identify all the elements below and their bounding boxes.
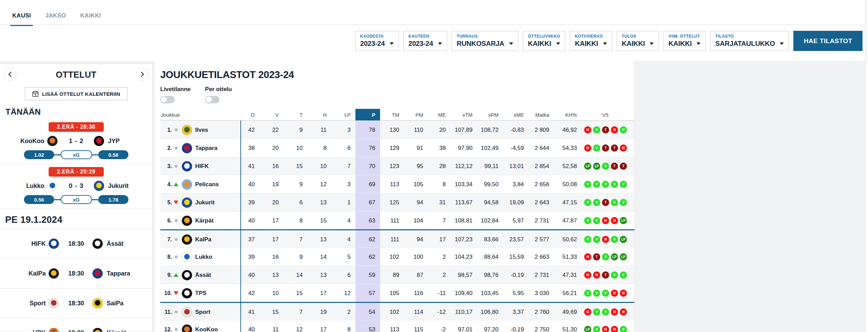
cell-xme: -0,19 — [503, 326, 529, 332]
result-badge-v: V — [620, 326, 627, 332]
live-match-card[interactable]: 2.ERÄ - 28:38KooKoo1 - 2JYP1.02xG0.58 — [0, 119, 152, 164]
filter-kauteen[interactable]: KAUTEEN2023-24 — [403, 31, 447, 51]
rank-number: 10. — [160, 290, 173, 296]
cell-pm: 104 — [404, 217, 428, 224]
column-header-lp[interactable]: LP — [331, 112, 355, 118]
table-row-ilves[interactable]: 1.Ilves422291137813011020107,89108,72-0,… — [160, 120, 634, 139]
cell-pm: 94 — [404, 236, 428, 243]
table-row-ss-t[interactable]: 9.Ässät401314136598987298,5798,76-0,192 … — [160, 266, 634, 284]
team-name: TPS — [194, 290, 236, 297]
add-to-calendar-button[interactable]: LISÄÄ OTTELUT KALENTERIIN — [25, 87, 128, 100]
result-badge-lp: LP — [620, 236, 627, 243]
cell-o: 39 — [236, 254, 260, 260]
cell-kh-pct: 51,30 — [554, 326, 582, 332]
table-row-k-rp-t[interactable]: 6.Kärpät40178154631111047108,81102,845,9… — [160, 211, 634, 229]
filter-kaudesta[interactable]: KAUDESTA2023-24 — [355, 31, 399, 51]
page-scrollbar[interactable] — [865, 0, 868, 332]
result-badge-h: H — [602, 326, 609, 332]
cell-kh-pct: 56,21 — [554, 290, 582, 297]
upcoming-match-row[interactable]: KalPa18:30Tappara — [0, 258, 152, 288]
column-header-t[interactable]: T — [284, 112, 307, 118]
table-row-tappara[interactable]: 2.Tappara3820108676129913897,90102,49-4,… — [160, 139, 634, 157]
prev-arrow-button[interactable] — [3, 68, 16, 81]
table-row-lukko[interactable]: 8.Lukko39169145621021002104,2388,6415,59… — [160, 247, 634, 266]
table-row-jukurit[interactable]: 5.Jukurit39206131671259431113,6794,5819,… — [160, 193, 634, 211]
cell-t: 8 — [284, 217, 307, 224]
cell-xtm: 113,67 — [451, 199, 477, 206]
result-badge-v: V — [593, 236, 600, 243]
team-name: KalPa — [194, 236, 236, 243]
cell-pm: 115 — [404, 326, 428, 332]
filter-tulos[interactable]: TULOSKAIKKI — [617, 31, 659, 51]
table-row-kookoo[interactable]: 12.KooKoo40111217853113115-297,0197,20-0… — [160, 320, 634, 332]
column-header-me[interactable]: ME — [428, 112, 451, 118]
column-header-joukkue[interactable]: Joukkue — [160, 112, 236, 118]
live-match-card[interactable]: 2.ERÄ - 29:29Lukko0 - 3Jukurit0.56xG1.78 — [0, 164, 152, 209]
column-header-h[interactable]: H — [307, 112, 331, 118]
result-badge-v: V — [611, 236, 618, 243]
filter-label: TULOS — [622, 34, 654, 39]
column-header-v5[interactable]: V5 — [582, 112, 629, 118]
column-header-kh[interactable]: KH% — [554, 112, 582, 118]
filter-koti-vieras[interactable]: KOTI/VIERASKAIKKI — [570, 31, 612, 51]
rank-number: 5. — [160, 200, 173, 206]
column-header-xpm[interactable]: xPM — [477, 112, 503, 118]
filter-viim-ottelut[interactable]: VIIM. OTTELUTKAIKKI — [663, 31, 706, 51]
column-header-xme[interactable]: xME — [503, 112, 529, 118]
column-header-tm[interactable]: TM — [380, 112, 404, 118]
upcoming-match-row[interactable]: HIFK18:30Ässät — [0, 229, 152, 258]
cell-t: 9 — [284, 254, 307, 260]
hae-tilastot-button[interactable]: HAE TILASTOT — [793, 31, 863, 51]
result-badge-t: T — [620, 163, 627, 170]
column-header-v[interactable]: V — [260, 112, 284, 118]
tab-jakso[interactable]: JAKSO — [43, 10, 68, 26]
team-logo-pelicans — [182, 179, 192, 190]
result-badge-v: V — [584, 217, 591, 224]
table-row-kalpa[interactable]: 7.KalPa37177134621119417107,2383,6623,57… — [160, 229, 634, 247]
result-badge-h: H — [611, 326, 618, 332]
table-row-tps[interactable]: 10.TPS421015171257105116-11109,40103,455… — [160, 284, 634, 302]
cell-xpm: 102,84 — [477, 217, 503, 224]
column-header-o[interactable]: O — [236, 112, 260, 118]
column-header-p[interactable]: P — [355, 109, 380, 120]
table-row-pelicans[interactable]: 4.Pelicans40199123691131058103,3499,503,… — [160, 175, 634, 193]
team-name: Kärpät — [194, 217, 236, 224]
cell-p: 78 — [355, 121, 380, 139]
upcoming-match-row[interactable]: Sport18:30SaiPa — [0, 288, 152, 318]
column-header-pm[interactable]: PM — [404, 112, 428, 118]
tab-kausi[interactable]: KAUSI — [10, 10, 33, 26]
tab-kaikki[interactable]: KAIKKI — [78, 10, 103, 26]
result-badge-v: V — [593, 144, 600, 152]
column-header-matka[interactable]: Matka — [529, 112, 554, 118]
next-arrow-button[interactable] — [136, 68, 149, 81]
away-team-name: Jukurit — [108, 182, 140, 190]
result-badge-v: V — [584, 181, 591, 188]
upcoming-match-row[interactable]: HPK19:30Kärpät — [0, 318, 152, 332]
cell-me: -12 — [428, 309, 451, 316]
match-time: 18:30 — [63, 270, 90, 277]
table-row-sport[interactable]: 11.Sport4115719254102114-12110,17106,803… — [160, 302, 634, 320]
cell-kh-pct: 46,92 — [554, 127, 582, 133]
result-badge-v: V — [620, 126, 627, 133]
cell-tm: 89 — [380, 272, 404, 279]
cell-me: 31 — [428, 199, 451, 206]
result-badge-h: H — [602, 236, 609, 243]
cell-kh-pct: 49,69 — [554, 309, 582, 316]
table-body: 1.Ilves422291137813011020107,89108,72-0,… — [160, 120, 634, 332]
filter-turnaus[interactable]: TURNAUSRUNKOSARJA — [452, 31, 518, 51]
toggle-switch[interactable] — [160, 96, 175, 103]
rank-number: 6. — [160, 218, 173, 224]
cell-xme: -0,83 — [503, 127, 529, 133]
home-xg-value: 1.02 — [24, 150, 54, 159]
v5-results: HHTVV — [582, 271, 629, 279]
table-header-row: JoukkueOVTHLPPTMPMMExTMxPMxMEMatkaKH%V5 — [160, 109, 634, 120]
filter-otteluviikko[interactable]: OTTELUVIIKKOKAIKKI — [523, 31, 565, 51]
cell-pm: 94 — [404, 199, 428, 206]
cell-p: 57 — [355, 284, 380, 302]
table-row-hifk[interactable]: 3.HIFK411615107701239528112,1299,1113,01… — [160, 157, 634, 175]
filter-tilasto[interactable]: TILASTOSARJATAULUKKO — [710, 31, 789, 51]
v5-results: VVTVV — [582, 199, 629, 206]
result-badge-h: H — [611, 308, 618, 316]
column-header-xtm[interactable]: xTM — [451, 112, 477, 118]
toggle-switch[interactable] — [205, 96, 219, 103]
